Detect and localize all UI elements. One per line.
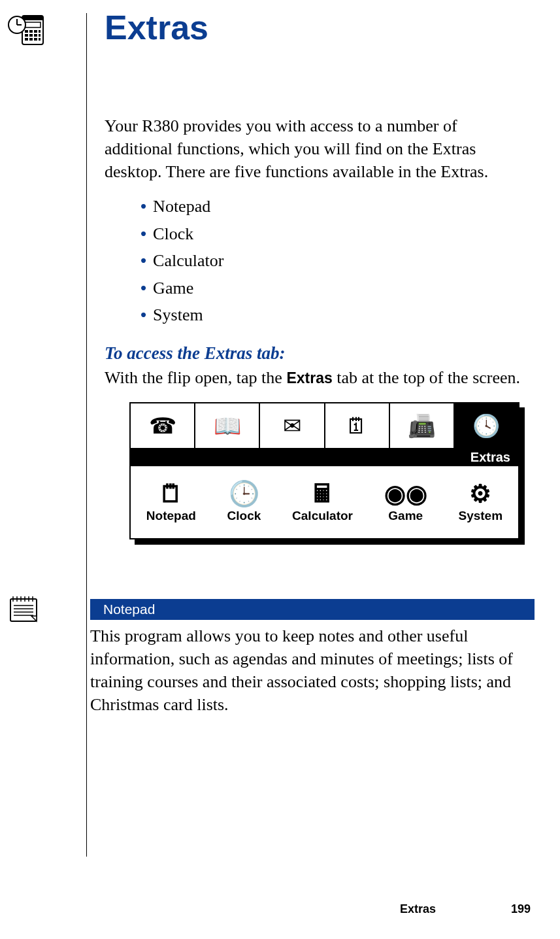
footer-section-title: Extras (400, 902, 436, 916)
footer-page-number: 199 (511, 902, 531, 916)
svg-rect-7 (25, 34, 28, 37)
tab-extras: 🕓 (455, 403, 518, 448)
svg-rect-10 (39, 34, 41, 37)
tab-messages: ✉ (260, 403, 325, 448)
tab-phone: ☎ (131, 403, 195, 448)
bullet-item: •Notepad (140, 193, 223, 220)
svg-rect-1 (22, 16, 43, 20)
svg-rect-13 (34, 38, 37, 41)
app-notepad: 🗒Notepad (146, 481, 196, 523)
extras-margin-icon (8, 12, 47, 48)
clock-icon: 🕒 (229, 481, 259, 506)
phone-icon: ☎ (149, 413, 176, 439)
section-body: This program allows you to keep notes an… (90, 624, 535, 716)
svg-rect-9 (34, 34, 37, 37)
app-calculator: 🖩Calculator (292, 481, 353, 523)
svg-rect-2 (25, 22, 41, 27)
app-clock: 🕒Clock (227, 481, 261, 523)
svg-rect-3 (25, 30, 28, 33)
access-instruction: With the flip open, tap the Extras tab a… (105, 366, 529, 389)
svg-rect-8 (29, 34, 33, 37)
book-icon: 📖 (214, 413, 241, 439)
app-row: 🗒Notepad 🕒Clock 🖩Calculator ◉◉Game ⚙Syst… (131, 466, 518, 538)
notepad-margin-icon (8, 595, 39, 624)
svg-rect-4 (29, 30, 33, 33)
tab-calendar: 🗓 (325, 403, 390, 448)
tab-internet: 📠 (390, 403, 455, 448)
notepad-icon: 🗒 (159, 481, 184, 506)
extras-icon: 🕓 (472, 413, 500, 439)
left-margin-rule (86, 13, 87, 857)
system-icon: ⚙ (469, 481, 491, 506)
svg-rect-12 (29, 38, 33, 41)
device-icon: 📠 (408, 413, 435, 439)
page-title: Extras (105, 8, 208, 47)
active-tab-label: Extras (131, 448, 518, 466)
calculator-icon: 🖩 (310, 481, 335, 506)
bullet-item: •Game (140, 275, 223, 302)
intro-text: Your R380 provides you with access to a … (105, 114, 523, 183)
svg-rect-11 (25, 38, 28, 41)
calendar-icon: 🗓 (346, 413, 368, 439)
tab-row: ☎ 📖 ✉ 🗓 📠 🕓 (131, 403, 518, 448)
extras-bold: Extras (286, 369, 332, 386)
game-icon: ◉◉ (384, 481, 427, 506)
section-heading-bar: Notepad (90, 599, 535, 620)
svg-rect-5 (34, 30, 37, 33)
svg-rect-14 (39, 38, 41, 41)
envelope-icon: ✉ (283, 413, 301, 439)
svg-rect-6 (39, 30, 41, 33)
subheading: To access the Extras tab: (105, 343, 286, 364)
tab-contacts: 📖 (195, 403, 260, 448)
app-game: ◉◉Game (384, 481, 427, 523)
bullet-item: •Clock (140, 220, 223, 248)
bullet-list: •Notepad •Clock •Calculator •Game •Syste… (140, 193, 223, 329)
device-screenshot: ☎ 📖 ✉ 🗓 📠 🕓 Extras 🗒Notepad 🕒Clock 🖩Calc… (129, 402, 519, 539)
bullet-item: •System (140, 301, 223, 329)
bullet-item: •Calculator (140, 247, 223, 275)
app-system: ⚙System (458, 481, 502, 523)
